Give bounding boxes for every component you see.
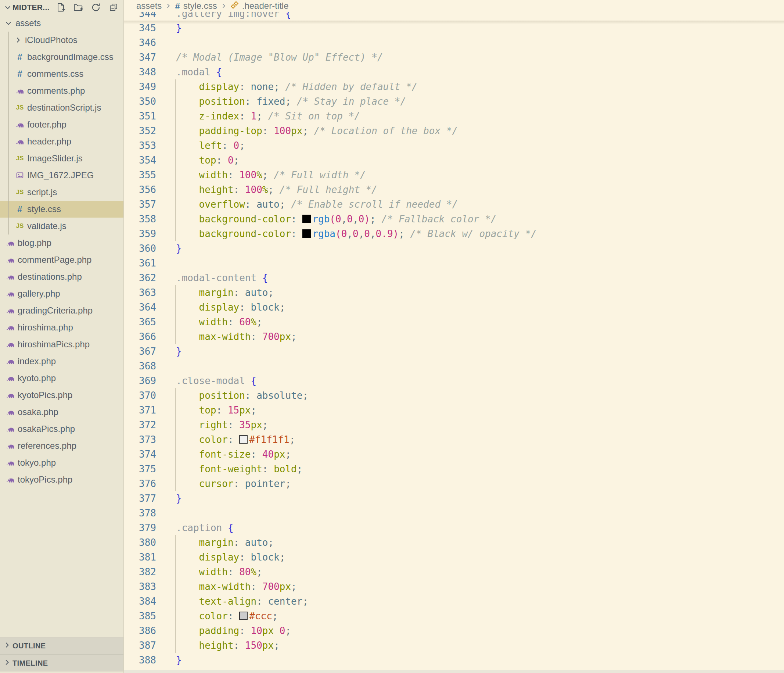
line-number[interactable]: 348 [124, 65, 156, 79]
breadcrumb-item[interactable]: assets [136, 1, 162, 11]
code-text[interactable]: background-color: rgba(0,0,0,0.9); /* Bl… [156, 226, 784, 241]
code-text[interactable]: font-weight: bold; [156, 462, 784, 476]
code-text[interactable]: background-color: rgb(0,0,0); /* Fallbac… [156, 212, 784, 226]
sidebar-item-gallery-php[interactable]: gallery.php [0, 285, 123, 302]
line-number[interactable]: 369 [124, 374, 156, 388]
code-text[interactable]: display: block; [156, 300, 784, 315]
code-line-352[interactable]: 352 padding-top: 100px; /* Location of t… [124, 123, 784, 138]
code-text[interactable]: width: 80%; [156, 565, 784, 579]
line-number[interactable]: 347 [124, 50, 156, 65]
sidebar-item-assets[interactable]: assets [0, 15, 123, 32]
code-line-353[interactable]: 353 left: 0; [124, 138, 784, 153]
line-number[interactable]: 368 [124, 359, 156, 374]
sidebar-item-osakapics-php[interactable]: osakaPics.php [0, 421, 123, 438]
line-number[interactable]: 365 [124, 315, 156, 329]
code-text[interactable] [156, 506, 784, 520]
code-line-378[interactable]: 378 [124, 506, 784, 520]
line-number[interactable]: 379 [124, 520, 156, 535]
code-text[interactable]: height: 150px; [156, 638, 784, 653]
code-text[interactable]: margin: auto; [156, 535, 784, 550]
code-line-379[interactable]: 379.caption { [124, 520, 784, 535]
line-number[interactable]: 385 [124, 609, 156, 623]
code-line-388[interactable]: 388} [124, 653, 784, 667]
line-number[interactable]: 372 [124, 418, 156, 432]
line-number[interactable]: 388 [124, 653, 156, 667]
code-text[interactable]: .caption { [156, 520, 784, 535]
code-line-374[interactable]: 374 font-size: 40px; [124, 447, 784, 462]
sidebar-item-osaka-php[interactable]: osaka.php [0, 403, 123, 421]
code-text[interactable]: height: 100%; /* Full height */ [156, 182, 784, 197]
line-number[interactable]: 358 [124, 212, 156, 226]
code-line-383[interactable]: 383 max-width: 700px; [124, 579, 784, 594]
code-line-366[interactable]: 366 max-width: 700px; [124, 329, 784, 344]
breadcrumb-item[interactable]: style.css [184, 1, 217, 11]
code-text[interactable]: left: 0; [156, 138, 784, 153]
code-line-369[interactable]: 369.close-modal { [124, 374, 784, 388]
sidebar-item-tokyo-php[interactable]: tokyo.php [0, 454, 123, 471]
sidebar-item-imageslider-js[interactable]: JSImageSlider.js [0, 150, 123, 167]
code-line-380[interactable]: 380 margin: auto; [124, 535, 784, 550]
sidebar-item-destinationscript-js[interactable]: JSdestinationScript.js [0, 99, 123, 116]
line-number[interactable]: 354 [124, 153, 156, 168]
code-line-371[interactable]: 371 top: 15px; [124, 403, 784, 418]
code-text[interactable]: .close-modal { [156, 374, 784, 388]
code-line-363[interactable]: 363 margin: auto; [124, 285, 784, 300]
code-line-365[interactable]: 365 width: 60%; [124, 315, 784, 329]
timeline-section-header[interactable]: TIMELINE [0, 654, 123, 671]
line-number[interactable]: 366 [124, 329, 156, 344]
code-text[interactable]: z-index: 1; /* Sit on top */ [156, 109, 784, 123]
code-text[interactable]: padding: 10px 0; [156, 623, 784, 638]
line-number[interactable]: 371 [124, 403, 156, 418]
code-text[interactable] [156, 35, 784, 50]
line-number[interactable]: 373 [124, 432, 156, 447]
code-text[interactable]: } [156, 653, 784, 667]
line-number[interactable]: 380 [124, 535, 156, 550]
code-line-367[interactable]: 367} [124, 344, 784, 359]
line-number[interactable]: 357 [124, 197, 156, 212]
line-number[interactable]: 362 [124, 271, 156, 285]
code-text[interactable]: /* Modal (Image "Blow Up" Effect) */ [156, 50, 784, 65]
line-number[interactable]: 344 [124, 12, 156, 20]
line-number[interactable]: 374 [124, 447, 156, 462]
code-line-348[interactable]: 348.modal { [124, 65, 784, 79]
outline-section-header[interactable]: OUTLINE [0, 637, 123, 654]
code-text[interactable]: width: 100%; /* Full width */ [156, 168, 784, 182]
code-line-368[interactable]: 368 [124, 359, 784, 374]
code-text[interactable]: max-width: 700px; [156, 579, 784, 594]
new-folder-icon[interactable] [73, 3, 83, 12]
code-text[interactable]: .modal { [156, 65, 784, 79]
code-text[interactable]: text-align: center; [156, 594, 784, 609]
sidebar-item-img-1672-jpeg[interactable]: IMG_1672.JPEG [0, 167, 123, 184]
line-number[interactable]: 378 [124, 506, 156, 520]
sidebar-item-header-php[interactable]: header.php [0, 133, 123, 150]
new-file-icon[interactable] [56, 3, 65, 12]
code-line-349[interactable]: 349 display: none; /* Hidden by default … [124, 79, 784, 94]
line-number[interactable]: 363 [124, 285, 156, 300]
sidebar-item-destinations-php[interactable]: destinations.php [0, 268, 123, 285]
code-line-360[interactable]: 360} [124, 241, 784, 256]
sidebar-item-comments-css[interactable]: #comments.css [0, 65, 123, 83]
line-number[interactable]: 381 [124, 550, 156, 565]
line-number[interactable]: 346 [124, 35, 156, 50]
collapse-all-icon[interactable] [109, 3, 118, 12]
code-text[interactable]: font-size: 40px; [156, 447, 784, 462]
sticky-scroll-line[interactable]: 344.gallery img:hover { [124, 12, 784, 20]
line-number[interactable]: 382 [124, 565, 156, 579]
code-line-381[interactable]: 381 display: block; [124, 550, 784, 565]
code-text[interactable]: .gallery img:hover { [156, 12, 784, 20]
code-line-361[interactable]: 361 [124, 256, 784, 271]
code-line-370[interactable]: 370 position: absolute; [124, 388, 784, 403]
refresh-icon[interactable] [91, 3, 101, 12]
code-text[interactable]: display: none; /* Hidden by default */ [156, 79, 784, 94]
code-line-376[interactable]: 376 cursor: pointer; [124, 476, 784, 491]
line-number[interactable]: 387 [124, 638, 156, 653]
sidebar-item-hiroshimapics-php[interactable]: hiroshimaPics.php [0, 336, 123, 353]
sidebar-item-script-js[interactable]: JSscript.js [0, 184, 123, 201]
code-text[interactable]: position: fixed; /* Stay in place */ [156, 94, 784, 109]
code-line-350[interactable]: 350 position: fixed; /* Stay in place */ [124, 94, 784, 109]
code-line-346[interactable]: 346 [124, 35, 784, 50]
code-line-387[interactable]: 387 height: 150px; [124, 638, 784, 653]
code-line-382[interactable]: 382 width: 80%; [124, 565, 784, 579]
code-text[interactable]: right: 35px; [156, 418, 784, 432]
code-line-358[interactable]: 358 background-color: rgb(0,0,0); /* Fal… [124, 212, 784, 226]
